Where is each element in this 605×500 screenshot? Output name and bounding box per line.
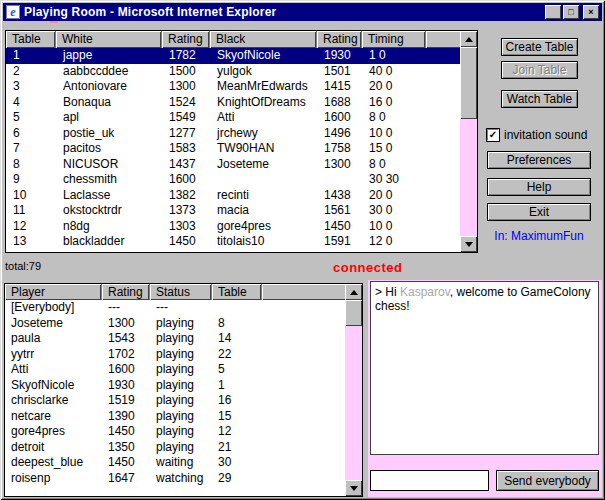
watch-table-button[interactable]: Watch Table [501,90,578,108]
checkmark-icon: ✓ [489,130,497,140]
table-row[interactable]: 4Bonaqua1524KnightOfDreams168816 0 [6,95,460,111]
player-cell-rating: 1519 [102,393,150,409]
column-header-black-rating[interactable]: Rating [317,31,362,48]
table-cell-white: pacitos [56,141,162,157]
player-row[interactable]: deepest_blue1450waiting30 [5,455,345,471]
window-title: Playing Room - Microsoft Internet Explor… [24,5,276,19]
table-row[interactable]: 11okstocktrdr1373macia156130 0 [6,203,460,219]
player-row[interactable]: [Everybody]------ [5,300,345,316]
minimize-button[interactable]: _ [545,5,561,19]
minimize-icon: _ [550,14,555,19]
column-header-status[interactable]: Status [150,284,212,300]
help-button[interactable]: Help [487,178,591,196]
table-row[interactable]: 9chessmith160030 30 [6,172,460,188]
send-everybody-button[interactable]: Send everybody [496,470,599,491]
player-cell-rating: 1600 [102,362,150,378]
column-header-table[interactable]: Table [6,31,56,48]
scrollbar-thumb[interactable] [460,47,477,119]
player-cell-rating: 1647 [102,471,150,487]
table-cell-black: KnightOfDreams [210,95,317,111]
table-cell-timing: 20 0 [362,79,426,95]
table-row[interactable]: 5apl1549Atti16008 0 [6,110,460,126]
table-row[interactable]: 8NICUSOR1437Joseteme13008 0 [6,157,460,173]
table-row[interactable]: 10Laclasse1382recinti143820 0 [6,188,460,204]
table-cell-table: 13 [6,234,56,250]
table-cell-timing: 30 30 [362,172,426,188]
column-header-black[interactable]: Black [210,31,317,48]
table-row[interactable]: 2aabbccddee1500yulgok150140 0 [6,64,460,80]
table-cell-table: 6 [6,126,56,142]
table-row[interactable]: 6postie_uk1277jrchewy149610 0 [6,126,460,142]
player-cell-rating: 1450 [102,455,150,471]
player-row[interactable]: paula1543playing14 [5,331,345,347]
player-row[interactable]: roisenp1647watching29 [5,471,345,487]
table-cell-table: 4 [6,95,56,111]
table-cell-white: jappe [56,48,162,64]
player-cell-player: SkyofNicole [5,378,102,394]
join-table-button[interactable]: Join Table [501,61,578,79]
player-row[interactable]: SkyofNicole1930playing1 [5,378,345,394]
column-header-player[interactable]: Player [5,284,102,300]
column-header-white[interactable]: White [56,31,162,48]
tables-rows: 1jappe1782SkyofNicole19301 02aabbccddee1… [6,48,460,252]
table-cell-white_rating: 1303 [162,219,210,235]
player-cell-status: waiting [150,455,212,471]
column-header-rating[interactable]: Rating [102,284,150,300]
player-row[interactable]: Joseteme1300playing8 [5,316,345,332]
table-cell-timing: 12 0 [362,234,426,250]
players-scrollbar[interactable] [345,284,362,496]
scroll-up-button[interactable] [345,284,362,300]
scrollbar-thumb[interactable] [345,300,362,326]
player-cell-table: 29 [212,471,262,487]
invitation-sound-label: invitation sound [504,128,587,142]
scroll-up-button[interactable] [460,31,477,47]
preferences-button[interactable]: Preferences [487,151,591,169]
scroll-down-button[interactable] [460,236,477,252]
page-loading-mark [50,21,58,23]
player-cell-status: playing [150,393,212,409]
player-row[interactable]: yytrr1702playing22 [5,347,345,363]
invitation-sound-checkbox[interactable]: ✓ [487,129,499,141]
player-cell-player: netcare [5,409,102,425]
exit-button[interactable]: Exit [487,203,591,221]
table-row[interactable]: 12n8dg1303gore4pres145010 0 [6,219,460,235]
player-cell-status: playing [150,409,212,425]
title-bar[interactable]: e Playing Room - Microsoft Internet Expl… [3,3,602,21]
chat-message-area: > Hi Kasparov, welcome to GameColony che… [370,281,599,455]
maximize-button[interactable]: □ [563,5,579,19]
scroll-down-button[interactable] [345,480,362,496]
player-cell-table: 22 [212,347,262,363]
player-cell-status: playing [150,424,212,440]
player-cell-player: yytrr [5,347,102,363]
player-row[interactable]: Atti1600playing5 [5,362,345,378]
chat-input[interactable] [370,470,489,491]
table-row[interactable]: 1jappe1782SkyofNicole19301 0 [6,48,460,64]
table-cell-black_rating: 1561 [317,203,362,219]
column-header-table-num[interactable]: Table [212,284,262,300]
tables-scrollbar[interactable] [460,31,477,252]
player-row[interactable]: gore4pres1450playing12 [5,424,345,440]
player-row[interactable]: detroit1350playing21 [5,440,345,456]
players-rows: [Everybody]------Joseteme1300playing8pau… [5,300,345,496]
table-cell-white_rating: 1373 [162,203,210,219]
table-cell-white: apl [56,110,162,126]
player-row[interactable]: chrisclarke1519playing16 [5,393,345,409]
column-header-timing[interactable]: Timing [362,31,426,48]
table-cell-table: 1 [6,48,56,64]
player-cell-status: playing [150,378,212,394]
player-cell-rating: 1390 [102,409,150,425]
chat-user-name: Kasparov [400,285,450,299]
total-players-label: total:79 [5,260,41,272]
close-button[interactable]: × [583,5,599,19]
table-row[interactable]: 3Antoniovare1300MeanMrEdwards141520 0 [6,79,460,95]
column-header-white-rating[interactable]: Rating [162,31,210,48]
table-cell-timing: 8 0 [362,110,426,126]
chat-panel: > Hi Kasparov, welcome to GameColony che… [368,280,602,497]
player-row[interactable]: netcare1390playing15 [5,409,345,425]
table-row[interactable]: 13blackladder1450titolais10159112 0 [6,234,460,250]
current-room-label: In: MaximumFun [477,229,601,243]
create-table-button[interactable]: Create Table [501,38,578,56]
table-cell-white: NICUSOR [56,157,162,173]
table-cell-table: 8 [6,157,56,173]
table-row[interactable]: 7pacitos1583TW90HAN175815 0 [6,141,460,157]
